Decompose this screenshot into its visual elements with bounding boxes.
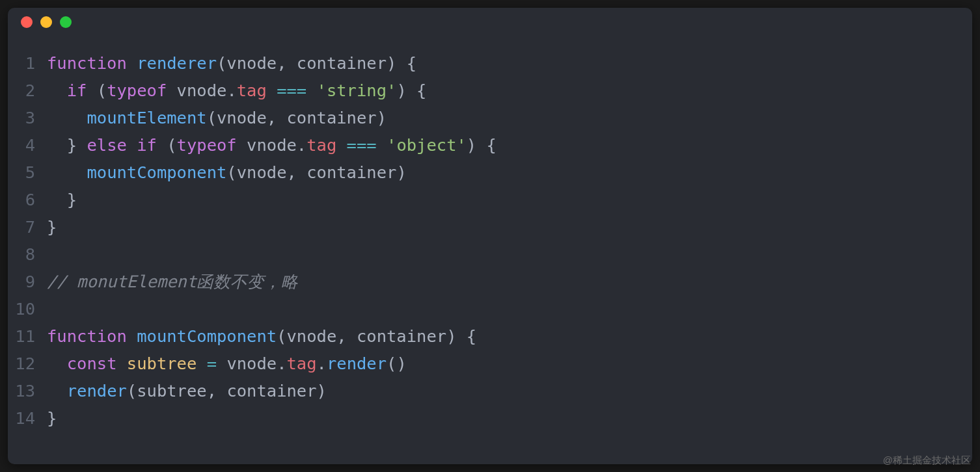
maximize-icon[interactable] xyxy=(60,16,72,28)
code-content: function mountComponent(vnode, container… xyxy=(47,322,972,350)
code-content: mountComponent(vnode, container) xyxy=(47,159,972,186)
code-window: 1function renderer(vnode, container) {2 … xyxy=(8,8,972,464)
code-line: 2 if (typeof vnode.tag === 'string') { xyxy=(8,77,972,104)
line-number: 7 xyxy=(8,213,47,241)
line-number: 6 xyxy=(8,186,47,213)
line-number: 11 xyxy=(8,322,47,350)
window-titlebar xyxy=(8,8,972,36)
code-line: 9// monutElement函数不变，略 xyxy=(8,268,972,295)
line-number: 5 xyxy=(8,159,47,186)
code-content: } xyxy=(47,404,972,432)
code-line: 14} xyxy=(8,404,972,432)
code-line: 10 xyxy=(8,295,972,322)
code-content xyxy=(47,241,972,268)
line-number: 14 xyxy=(8,404,47,432)
code-content: mountElement(vnode, container) xyxy=(47,104,972,131)
line-number: 4 xyxy=(8,131,47,159)
code-content: // monutElement函数不变，略 xyxy=(47,268,972,295)
code-line: 1function renderer(vnode, container) { xyxy=(8,49,972,77)
code-area: 1function renderer(vnode, container) {2 … xyxy=(8,36,972,432)
close-icon[interactable] xyxy=(21,16,33,28)
minimize-icon[interactable] xyxy=(40,16,52,28)
code-line: 8 xyxy=(8,241,972,268)
code-line: 4 } else if (typeof vnode.tag === 'objec… xyxy=(8,131,972,159)
line-number: 3 xyxy=(8,104,47,131)
line-number: 12 xyxy=(8,350,47,377)
code-line: 12 const subtree = vnode.tag.render() xyxy=(8,350,972,377)
line-number: 10 xyxy=(8,295,47,322)
code-line: 11function mountComponent(vnode, contain… xyxy=(8,322,972,350)
code-content: } xyxy=(47,186,972,213)
watermark-text: @稀土掘金技术社区 xyxy=(883,454,971,467)
code-content: function renderer(vnode, container) { xyxy=(47,49,972,77)
line-number: 8 xyxy=(8,241,47,268)
code-content: render(subtree, container) xyxy=(47,377,972,404)
code-line: 5 mountComponent(vnode, container) xyxy=(8,159,972,186)
code-content: if (typeof vnode.tag === 'string') { xyxy=(47,77,972,104)
code-line: 7} xyxy=(8,213,972,241)
code-content: const subtree = vnode.tag.render() xyxy=(47,350,972,377)
line-number: 13 xyxy=(8,377,47,404)
code-line: 13 render(subtree, container) xyxy=(8,377,972,404)
line-number: 2 xyxy=(8,77,47,104)
code-content: } else if (typeof vnode.tag === 'object'… xyxy=(47,131,972,159)
code-content: } xyxy=(47,213,972,241)
line-number: 1 xyxy=(8,49,47,77)
code-content xyxy=(47,295,972,322)
code-line: 3 mountElement(vnode, container) xyxy=(8,104,972,131)
code-line: 6 } xyxy=(8,186,972,213)
line-number: 9 xyxy=(8,268,47,295)
